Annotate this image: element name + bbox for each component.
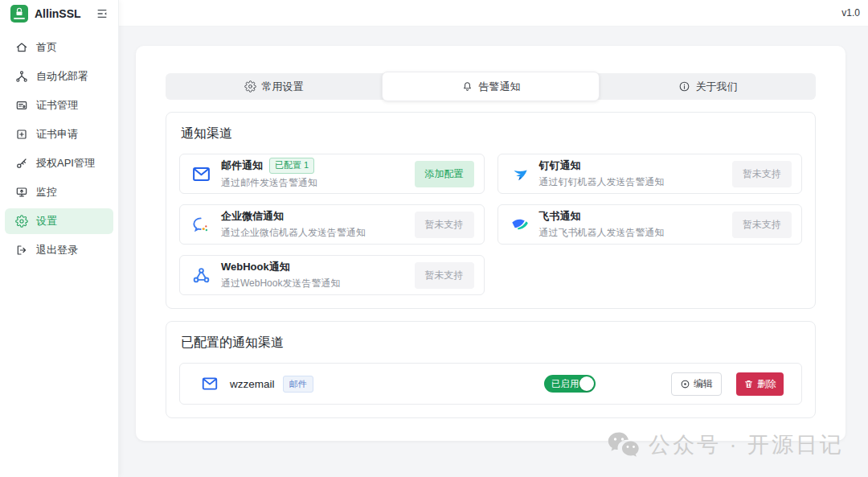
version-label: v1.0 bbox=[841, 7, 860, 19]
sidebar-item-label: 证书管理 bbox=[36, 98, 78, 113]
edit-button[interactable]: 编辑 bbox=[671, 372, 722, 396]
webhook-icon bbox=[191, 265, 211, 286]
channel-desc: 通过飞书机器人发送告警通知 bbox=[539, 226, 723, 240]
sidebar-nav: 首页自动化部署证书管理证书申请授权API管理监控设置退出登录 bbox=[0, 27, 118, 271]
tab-alerts[interactable]: 告警通知 bbox=[382, 72, 600, 101]
channel-desc: 通过企业微信机器人发送告警通知 bbox=[221, 226, 405, 240]
allinssl-logo-icon bbox=[10, 5, 28, 23]
topbar: v1.0 bbox=[119, 0, 868, 27]
delete-button[interactable]: 删除 bbox=[736, 372, 784, 396]
configured-channel-name: wzzemail bbox=[230, 378, 275, 390]
panel-title: 通知渠道 bbox=[181, 125, 802, 142]
tab-general[interactable]: 常用设置 bbox=[166, 73, 382, 100]
channel-name: 钉钉通知 bbox=[539, 158, 581, 173]
channel-card-dingtalk: 钉钉通知通过钉钉机器人发送告警通知暂未支持 bbox=[497, 154, 803, 194]
not-supported-button: 暂未支持 bbox=[415, 212, 474, 238]
wecom-icon bbox=[191, 215, 211, 235]
sidebar-item-label: 自动化部署 bbox=[36, 69, 88, 84]
info-icon bbox=[678, 80, 690, 93]
sidebar-item-settings[interactable]: 设置 bbox=[5, 208, 113, 234]
main-area: v1.0 常用设置告警通知关于我们 通知渠道 邮件通知已配置 1通过邮件发送告警… bbox=[119, 0, 868, 477]
channel-name: 飞书通知 bbox=[539, 209, 581, 224]
bell-icon bbox=[461, 80, 473, 93]
tab-label: 常用设置 bbox=[262, 80, 304, 94]
sidebar-item-label: 监控 bbox=[36, 185, 57, 199]
not-supported-button: 暂未支持 bbox=[732, 161, 792, 187]
delete-button-label: 删除 bbox=[757, 377, 776, 391]
add-config-button[interactable]: 添加配置 bbox=[415, 161, 474, 187]
channel-name: 企业微信通知 bbox=[221, 209, 284, 224]
sidebar-item-cert-manage[interactable]: 证书管理 bbox=[5, 93, 113, 118]
channel-name: 邮件通知 bbox=[221, 158, 263, 173]
channel-desc: 通过WebHook发送告警通知 bbox=[221, 277, 405, 290]
tab-label: 关于我们 bbox=[696, 80, 738, 94]
cert-apply-icon bbox=[15, 128, 28, 141]
settings-card: 常用设置告警通知关于我们 通知渠道 邮件通知已配置 1通过邮件发送告警通知添加配… bbox=[136, 46, 845, 441]
content-area: 常用设置告警通知关于我们 通知渠道 邮件通知已配置 1通过邮件发送告警通知添加配… bbox=[119, 27, 868, 477]
channel-card-email: 邮件通知已配置 1通过邮件发送告警通知添加配置 bbox=[179, 154, 485, 194]
edit-button-label: 编辑 bbox=[694, 377, 713, 391]
configured-count-badge: 已配置 1 bbox=[269, 158, 314, 174]
configured-channels-panel: 已配置的通知渠道 wzzemail邮件已启用编辑删除 bbox=[166, 321, 816, 418]
monitor-icon bbox=[15, 186, 28, 199]
enabled-toggle[interactable]: 已启用 bbox=[544, 375, 596, 393]
toggle-status-label: 已启用 bbox=[551, 378, 579, 390]
feishu-icon bbox=[510, 215, 530, 235]
sidebar-item-logout[interactable]: 退出登录 bbox=[5, 237, 113, 263]
gear-icon bbox=[15, 215, 28, 228]
tab-label: 告警通知 bbox=[479, 80, 521, 94]
notification-channels-panel: 通知渠道 邮件通知已配置 1通过邮件发送告警通知添加配置钉钉通知通过钉钉机器人发… bbox=[166, 112, 816, 309]
sidebar-item-label: 设置 bbox=[36, 214, 57, 228]
logo-row: AllinSSL bbox=[0, 0, 118, 27]
channel-card-webhook: WebHook通知通过WebHook发送告警通知暂未支持 bbox=[179, 255, 485, 295]
app-title: AllinSSL bbox=[35, 7, 89, 20]
tab-about[interactable]: 关于我们 bbox=[600, 73, 816, 100]
channel-card-wecom: 企业微信通知通过企业微信机器人发送告警通知暂未支持 bbox=[179, 204, 485, 245]
channel-name: WebHook通知 bbox=[221, 260, 290, 274]
sidebar-collapse-icon[interactable] bbox=[96, 7, 108, 20]
sidebar-item-cert-apply[interactable]: 证书申请 bbox=[5, 121, 113, 147]
deploy-icon bbox=[15, 70, 28, 83]
panel-title: 已配置的通知渠道 bbox=[181, 335, 802, 352]
sidebar-item-auto-deploy[interactable]: 自动化部署 bbox=[5, 64, 113, 89]
channel-desc: 通过邮件发送告警通知 bbox=[221, 176, 405, 190]
logout-icon bbox=[15, 244, 28, 257]
sidebar: AllinSSL 首页自动化部署证书管理证书申请授权API管理监控设置退出登录 bbox=[0, 0, 119, 477]
sidebar-item-monitor[interactable]: 监控 bbox=[5, 179, 113, 205]
gear-icon bbox=[244, 80, 256, 93]
toggle-knob bbox=[579, 376, 594, 391]
key-icon bbox=[15, 157, 28, 170]
tab-bar: 常用设置告警通知关于我们 bbox=[166, 73, 816, 100]
channel-grid: 邮件通知已配置 1通过邮件发送告警通知添加配置钉钉通知通过钉钉机器人发送告警通知… bbox=[179, 154, 802, 295]
email-icon bbox=[201, 375, 219, 393]
sidebar-item-label: 退出登录 bbox=[36, 243, 78, 257]
sidebar-item-label: 首页 bbox=[36, 40, 57, 55]
configured-rows: wzzemail邮件已启用编辑删除 bbox=[179, 363, 802, 405]
home-icon bbox=[15, 41, 28, 54]
dingtalk-icon bbox=[510, 164, 530, 184]
sidebar-item-label: 授权API管理 bbox=[36, 156, 95, 171]
sidebar-item-home[interactable]: 首页 bbox=[5, 35, 113, 60]
sidebar-item-api-auth[interactable]: 授权API管理 bbox=[5, 150, 113, 176]
email-icon bbox=[191, 164, 211, 184]
channel-type-badge: 邮件 bbox=[283, 376, 313, 393]
sidebar-item-label: 证书申请 bbox=[36, 127, 78, 142]
not-supported-button: 暂未支持 bbox=[732, 212, 792, 238]
configured-channel-row: wzzemail邮件已启用编辑删除 bbox=[179, 363, 802, 405]
cert-manage-icon bbox=[15, 99, 28, 112]
eye-icon bbox=[680, 379, 690, 389]
channel-card-feishu: 飞书通知通过飞书机器人发送告警通知暂未支持 bbox=[497, 204, 803, 245]
trash-icon bbox=[743, 379, 754, 389]
not-supported-button: 暂未支持 bbox=[415, 262, 474, 289]
channel-desc: 通过钉钉机器人发送告警通知 bbox=[539, 175, 723, 189]
app-root: AllinSSL 首页自动化部署证书管理证书申请授权API管理监控设置退出登录 … bbox=[0, 0, 868, 477]
